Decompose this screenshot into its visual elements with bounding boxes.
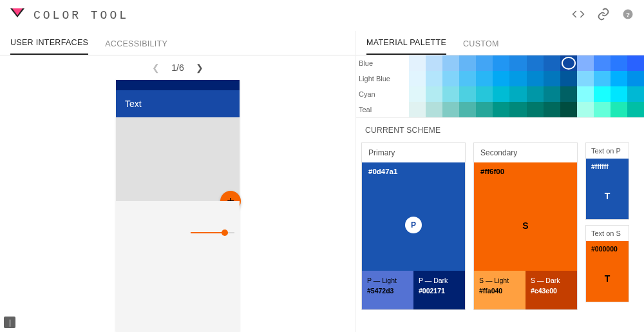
palette-swatch[interactable] [476, 102, 493, 117]
palette-swatch[interactable] [544, 102, 560, 117]
text-on-p-swatch[interactable]: #ffffff T [586, 159, 629, 219]
palette-swatch[interactable] [527, 86, 544, 102]
secondary-light-swatch[interactable]: S — Light #ffa040 [474, 271, 526, 309]
palette-swatch[interactable] [476, 71, 493, 86]
slider-thumb[interactable] [222, 229, 228, 236]
palette-swatch[interactable] [527, 71, 544, 86]
palette-swatch[interactable] [577, 55, 594, 71]
feedback-button[interactable]: ❘ [4, 317, 15, 328]
palette-swatch[interactable] [611, 71, 627, 86]
palette-swatch[interactable] [509, 86, 526, 102]
palette-swatch[interactable] [409, 86, 426, 102]
palette-row: Blue [356, 55, 644, 71]
palette-swatch[interactable] [627, 71, 644, 86]
primary-light-swatch[interactable]: P — Light #5472d3 [362, 271, 413, 309]
palette-swatch[interactable] [594, 55, 611, 71]
palette-swatch[interactable] [409, 71, 426, 86]
palette-swatch[interactable] [476, 86, 493, 102]
text-on-p-letter: T [605, 191, 611, 201]
preview-appbar-title: Text [125, 99, 142, 109]
palette-swatch[interactable] [509, 71, 526, 86]
text-on-p-box[interactable]: Text on P #ffffff T [585, 142, 629, 220]
primary-column[interactable]: Primary #0d47a1 P P — Light #5472d3 P — … [361, 142, 466, 310]
tab-material-palette[interactable]: MATERIAL PALETTE [366, 32, 446, 55]
primary-dark-hex: #002171 [419, 286, 460, 297]
preview-card: + [116, 117, 240, 201]
palette-swatch[interactable] [459, 55, 476, 71]
palette-swatch[interactable] [577, 102, 594, 117]
secondary-dark-swatch[interactable]: S — Dark #c43e00 [526, 271, 577, 309]
palette-swatch[interactable] [527, 55, 544, 71]
palette-swatches [409, 102, 644, 117]
palette-swatch[interactable] [509, 55, 526, 71]
palette-swatch[interactable] [560, 102, 577, 117]
secondary-dark-hex: #c43e00 [531, 286, 572, 297]
palette-row-label: Cyan [356, 86, 409, 102]
secondary-light-hex: #ffa040 [479, 286, 520, 297]
palette-swatch[interactable] [544, 86, 560, 102]
palette-swatch[interactable] [509, 102, 526, 117]
scheme-row: Primary #0d47a1 P P — Light #5472d3 P — … [356, 142, 644, 315]
app-logo [10, 8, 24, 23]
palette-swatch[interactable] [594, 71, 611, 86]
right-tabs: MATERIAL PALETTE CUSTOM [356, 31, 644, 55]
pager-next-icon[interactable]: ❯ [196, 63, 204, 73]
palette-swatch[interactable] [459, 102, 476, 117]
code-icon[interactable] [572, 8, 585, 23]
palette-swatch[interactable] [594, 86, 611, 102]
tab-accessibility[interactable]: ACCESSIBILITY [105, 33, 167, 55]
palette-swatch[interactable] [476, 55, 493, 71]
text-on-s-hex: #000000 [591, 245, 618, 253]
palette-swatch[interactable] [560, 71, 577, 86]
palette-swatch[interactable] [493, 71, 509, 86]
text-on-s-box[interactable]: Text on S #000000 T [585, 225, 629, 302]
tab-user-interfaces[interactable]: USER INTERFACES [10, 32, 88, 55]
palette-swatch[interactable] [560, 55, 577, 71]
palette-swatch[interactable] [577, 86, 594, 102]
text-on-s-swatch[interactable]: #000000 T [586, 241, 629, 302]
palette-swatch[interactable] [544, 71, 560, 86]
palette-swatch[interactable] [426, 102, 442, 117]
palette-swatch[interactable] [409, 55, 426, 71]
palette-swatch[interactable] [611, 55, 627, 71]
secondary-swatch[interactable]: #ff6f00 S [474, 162, 577, 271]
palette-swatch[interactable] [409, 102, 426, 117]
primary-light-label: P — Light [367, 276, 408, 286]
secondary-column[interactable]: Secondary #ff6f00 S S — Light #ffa040 S … [473, 142, 578, 310]
palette-swatch[interactable] [459, 71, 476, 86]
palette-swatch[interactable] [426, 55, 442, 71]
primary-swatch[interactable]: #0d47a1 P [362, 162, 465, 271]
palette-swatch[interactable] [544, 55, 560, 71]
pager-prev-icon[interactable]: ❮ [152, 63, 160, 73]
palette-swatch[interactable] [594, 102, 611, 117]
palette-swatch[interactable] [627, 55, 644, 71]
palette-swatch[interactable] [560, 86, 577, 102]
palette-swatch[interactable] [627, 102, 644, 117]
palette-row-label: Blue [356, 55, 409, 71]
current-scheme-title: CURRENT SCHEME [356, 118, 644, 142]
device-preview: Text + [116, 80, 240, 332]
palette-swatch[interactable] [611, 86, 627, 102]
palette-swatch[interactable] [493, 86, 509, 102]
palette-swatch[interactable] [459, 86, 476, 102]
secondary-dark-label: S — Dark [531, 276, 572, 286]
palette-swatch[interactable] [611, 102, 627, 117]
palette-swatch[interactable] [493, 55, 509, 71]
palette-swatch[interactable] [627, 86, 644, 102]
palette-swatch[interactable] [442, 55, 459, 71]
palette-swatch[interactable] [577, 71, 594, 86]
link-icon[interactable] [596, 7, 611, 24]
palette-swatch[interactable] [442, 71, 459, 86]
palette-swatch[interactable] [426, 71, 442, 86]
secondary-badge: S [522, 220, 528, 231]
primary-dark-swatch[interactable]: P — Dark #002171 [413, 271, 465, 309]
palette-swatch[interactable] [426, 86, 442, 102]
palette-swatch[interactable] [527, 102, 544, 117]
palette-swatch[interactable] [493, 102, 509, 117]
palette-swatch[interactable] [442, 86, 459, 102]
preview-pager: ❮ 1/6 ❯ [0, 55, 355, 80]
help-icon[interactable]: ? [622, 8, 634, 23]
tab-custom[interactable]: CUSTOM [463, 33, 499, 55]
preview-slider[interactable] [191, 232, 234, 233]
palette-swatch[interactable] [442, 102, 459, 117]
